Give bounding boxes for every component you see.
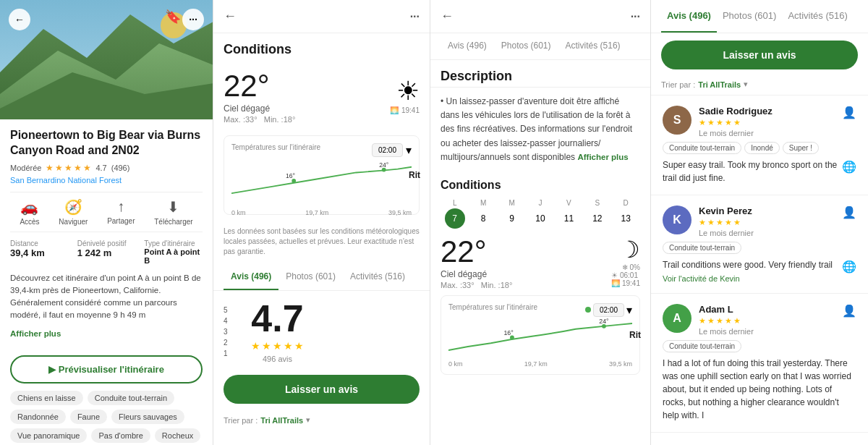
panel4-sort-row: Trier par : Tri AllTrails ▾ [651,77,868,96]
reviews-panel: Avis (496) Photos (601) Activités (516) … [651,0,868,445]
tag-wildlife[interactable]: Faune [70,410,107,424]
reviewer-meta-2: Le mois dernier [699,327,835,336]
translate-icon-0[interactable]: 🌐 [842,158,856,176]
trail-info-section: Pioneertown to Big Bear via Burns Canyon… [0,119,213,348]
sunset-time: 19:41 [622,279,640,287]
tag-offroad[interactable]: Conduite tout-terrain [88,391,174,405]
review-body-2: I had a lot of fun doing this trail yest… [663,358,851,420]
bar-row-2: 2 [224,339,234,347]
review-star-1-5: ★ [733,218,741,227]
panel2-header: ← ··· [213,0,430,33]
panel3-temperature: 22° [441,234,512,269]
svg-text:24°: 24° [599,318,608,325]
review-text-2: I had a lot of fun doing this trail yest… [663,357,856,422]
tag-flowers[interactable]: Fleurs sauvages [111,410,184,424]
cal-day-num-4[interactable]: 11 [558,208,579,229]
chevron-down-icon: ▾ [406,143,412,157]
cal-day-3: J 10 [530,199,550,229]
cal-day-num-6[interactable]: 13 [616,208,636,229]
user-link-icon-1[interactable]: 👤 [842,205,856,219]
cal-day-num-1[interactable]: 8 [473,208,493,229]
download-icon: ⬇ [167,198,179,216]
sunset-icon-p3: 🌅 [611,279,620,287]
panel3-weather-right: ☽ ❄ 0% ☀ 06:01 🌅 19:41 [611,236,640,287]
panel3-chart: 02:00 ▾ Températures sur l'itinéraire 16… [441,295,640,375]
avatar-2: A [663,304,692,333]
panel3-tab-reviews[interactable]: Avis (496) [441,33,494,59]
car-icon: 🚗 [20,198,38,216]
bar-label-3: 3 [224,328,229,336]
panel3-chart-svg: 16° 24° [448,314,632,357]
tag-shadow[interactable]: Pas d'ombre [91,428,150,443]
user-link-icon-2[interactable]: 👤 [842,304,856,318]
tag-rocky[interactable]: Rocheux [155,428,200,443]
tab-reviews[interactable]: Avis (496) [224,264,278,290]
see-activity-link-1[interactable]: Voir l'activité de Kevin [663,274,856,283]
cal-day-name-1: M [480,199,486,207]
trail-title: Pioneertown to Big Bear via Burns Canyon… [10,128,203,158]
review-text-0: 🌐 Super easy trail. Took my bronco sport… [663,158,856,185]
back-icon: ← [14,14,25,25]
tag-dogs[interactable]: Chiens en laisse [10,391,83,405]
review-star-0-5: ★ [733,118,741,127]
panel3-sunrise-row: ☀ 06:01 [611,271,640,279]
panel4-tab-activities[interactable]: Activités (516) [782,0,853,33]
review-star-0-1: ★ [699,118,706,127]
leave-review-button[interactable]: Laisser un avis [224,375,420,404]
review-star-1-1: ★ [699,218,706,227]
reviewer-meta-1: Le mois dernier [699,229,835,237]
preview-button[interactable]: ▶ Prévisualiser l'itinéraire [10,355,203,383]
panel2-more-button[interactable]: ··· [410,10,420,23]
review-card-0: S Sadie Rodriguez ★ ★ ★ ★ ★ Le mois dern… [651,96,868,195]
km-label-0: 0 km [231,209,246,216]
more-options-button[interactable]: ··· [182,9,204,30]
show-more-link[interactable]: Afficher plus [10,329,61,338]
reviewer-meta-0: Le mois dernier [699,129,835,137]
cal-day-num-5[interactable]: 12 [587,208,608,229]
cal-day-5: S 12 [587,199,608,229]
cal-day-num-2[interactable]: 9 [502,208,522,229]
desc-show-more[interactable]: Afficher plus [577,153,628,161]
cal-day-num-3[interactable]: 10 [530,208,550,229]
review-card-1: K Kevin Perez ★ ★ ★ ★ ★ Le mois dernier … [651,195,868,294]
panel4-sort-chevron: ▾ [744,80,748,89]
bar-label-2: 2 [224,339,229,347]
panel3-weather: 22° Ciel dégagé Max. :33° Min. :18° ☽ ❄ … [430,234,650,386]
panel3-chart-time-button[interactable]: 02:00 [593,303,624,317]
time-value: 19:41 [401,106,420,114]
download-button[interactable]: ⬇ Télécharger [154,198,192,226]
star-5: ★ [83,163,91,173]
cal-day-num-0[interactable]: 7 [445,208,465,229]
tab-photos[interactable]: Photos (601) [278,264,343,290]
panel4-sort-label: Trier par : [661,80,695,89]
panel4-tab-reviews[interactable]: Avis (496) [661,0,717,33]
panel4-sort-value[interactable]: Tri AllTrails [698,80,741,89]
star-2: ★ [55,163,63,173]
translate-icon-1[interactable]: 🌐 [842,258,856,276]
panel4-tab-photos[interactable]: Photos (601) [717,0,782,33]
bar-label-4: 4 [224,317,229,325]
panel4-leave-review-button[interactable]: Laisser un avis [661,41,858,69]
chart-time-button[interactable]: 02:00 [372,143,403,157]
bookmark-icon[interactable]: 🔖 [165,9,181,25]
reviewer-name-0: Sadie Rodriguez [699,106,835,116]
access-button[interactable]: 🚗 Accès [20,198,39,226]
tag-hiking[interactable]: Randonnée [10,410,66,424]
navigate-button[interactable]: 🧭 Naviguer [59,198,88,226]
big-star-4: ★ [284,340,293,352]
sort-value[interactable]: Tri AllTrails [260,416,303,425]
back-button[interactable]: ← [9,9,30,30]
user-link-icon-0[interactable]: 👤 [842,106,856,119]
panel3-back-button[interactable]: ← [441,9,454,24]
panel3-tab-activities[interactable]: Activités (516) [558,33,628,59]
tab-activities[interactable]: Activités (516) [343,264,412,290]
panel3-tab-photos[interactable]: Photos (601) [494,33,558,59]
cal-day-2: M 9 [502,199,522,229]
tag-view[interactable]: Vue panoramique [10,428,87,443]
share-button[interactable]: ↑ Partager [107,198,135,226]
big-star-5: ★ [294,340,304,352]
trail-location[interactable]: San Bernardino National Forest [10,176,203,185]
panel2-back-button[interactable]: ← [224,9,237,24]
star-1: ★ [46,163,54,173]
panel3-more-button[interactable]: ··· [631,10,640,23]
